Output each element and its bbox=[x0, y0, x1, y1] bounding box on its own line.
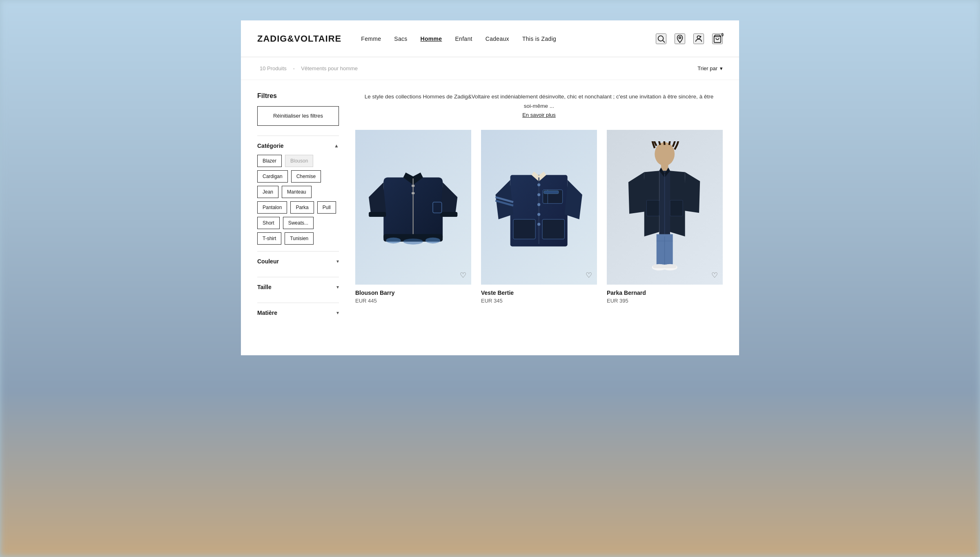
hero-text-body: Le style des collections Hommes de Zadig… bbox=[363, 92, 715, 111]
sort-chevron-icon: ▾ bbox=[720, 65, 723, 71]
svg-point-23 bbox=[537, 223, 540, 226]
nav-homme[interactable]: Homme bbox=[421, 36, 442, 42]
product-card-blouson-barry[interactable]: ♡ Blouson Barry EUR 445 bbox=[355, 130, 471, 304]
svg-point-0 bbox=[658, 36, 664, 41]
svg-rect-8 bbox=[412, 185, 414, 187]
tag-cardigan[interactable]: Cardigan bbox=[257, 170, 288, 183]
breadcrumb: 10 Produits - Vêtements pour homme bbox=[257, 65, 360, 71]
category-chevron-icon: ▲ bbox=[334, 143, 339, 149]
product-name-1: Blouson Barry bbox=[355, 290, 471, 296]
product-price-3: EUR 395 bbox=[607, 298, 723, 304]
svg-rect-42 bbox=[664, 265, 677, 268]
svg-line-1 bbox=[663, 40, 665, 42]
svg-rect-28 bbox=[542, 219, 564, 239]
location-button[interactable] bbox=[675, 33, 685, 44]
product-price-2: EUR 345 bbox=[481, 298, 597, 304]
filter-section-taille: Taille ▾ bbox=[257, 277, 339, 303]
tag-parka[interactable]: Parka bbox=[290, 201, 314, 214]
filter-category-header[interactable]: Catégorie ▲ bbox=[257, 143, 339, 149]
sidebar-filters: Filtres Réinitialiser les filtres Catégo… bbox=[257, 92, 339, 328]
svg-rect-26 bbox=[544, 191, 559, 194]
product-name-3: Parka Bernard bbox=[607, 290, 723, 296]
filter-category-title: Catégorie bbox=[257, 143, 284, 149]
svg-rect-11 bbox=[369, 212, 386, 217]
brand-logo[interactable]: ZADIG&VOLTAIRE bbox=[257, 33, 341, 44]
svg-rect-35 bbox=[670, 201, 683, 216]
tag-tunisien[interactable]: Tunisien bbox=[285, 232, 314, 245]
header-icons: 0 bbox=[656, 33, 723, 44]
svg-point-21 bbox=[537, 203, 540, 206]
tag-tshirt[interactable]: T-shirt bbox=[257, 232, 281, 245]
couleur-chevron-icon: ▾ bbox=[336, 258, 339, 264]
svg-point-20 bbox=[537, 193, 540, 196]
nav-cadeaux[interactable]: Cadeaux bbox=[486, 36, 509, 42]
breadcrumb-bar: 10 Produits - Vêtements pour homme Trier… bbox=[241, 57, 739, 80]
sort-button[interactable]: Trier par ▾ bbox=[697, 65, 723, 71]
svg-point-29 bbox=[655, 143, 675, 166]
hero-description: Le style des collections Hommes de Zadig… bbox=[355, 92, 723, 118]
product-image-3: ♡ bbox=[607, 130, 723, 285]
search-button[interactable] bbox=[656, 33, 666, 44]
svg-point-16 bbox=[425, 238, 440, 243]
tag-pantalon[interactable]: Pantalon bbox=[257, 201, 287, 214]
wishlist-button-1[interactable]: ♡ bbox=[460, 271, 466, 280]
svg-rect-34 bbox=[647, 201, 659, 216]
category-tags: Blazer Blouson Cardigan Chemise Jean Man… bbox=[257, 155, 339, 245]
product-illustration-3 bbox=[607, 130, 723, 285]
product-image-2: ♡ bbox=[481, 130, 597, 285]
filter-section-couleur: Couleur ▾ bbox=[257, 251, 339, 277]
account-button[interactable] bbox=[693, 33, 704, 44]
filter-matiere-title: Matière bbox=[257, 310, 277, 316]
wishlist-button-3[interactable]: ♡ bbox=[711, 271, 718, 280]
nav-sacs[interactable]: Sacs bbox=[394, 36, 407, 42]
tag-blazer[interactable]: Blazer bbox=[257, 155, 282, 167]
read-more-link[interactable]: En savoir plus bbox=[522, 112, 556, 118]
product-count: 10 Produits bbox=[260, 65, 287, 71]
product-card-parka-bernard[interactable]: ♡ Parka Bernard EUR 395 bbox=[607, 130, 723, 304]
product-illustration-1 bbox=[355, 130, 471, 285]
svg-point-14 bbox=[386, 238, 401, 243]
product-illustration-2 bbox=[481, 130, 597, 285]
taille-chevron-icon: ▾ bbox=[336, 284, 339, 290]
breadcrumb-separator: - bbox=[293, 65, 296, 71]
tag-chemise[interactable]: Chemise bbox=[291, 170, 321, 183]
matiere-chevron-icon: ▾ bbox=[336, 310, 339, 316]
svg-point-3 bbox=[697, 36, 700, 38]
svg-point-22 bbox=[537, 213, 540, 216]
filter-taille-header[interactable]: Taille ▾ bbox=[257, 284, 339, 290]
svg-point-4 bbox=[700, 36, 702, 37]
tag-blouson[interactable]: Blouson bbox=[285, 155, 313, 167]
filter-couleur-title: Couleur bbox=[257, 258, 279, 265]
svg-rect-41 bbox=[653, 265, 666, 268]
breadcrumb-category: Vêtements pour homme bbox=[301, 65, 358, 71]
product-image-1: ♡ bbox=[355, 130, 471, 285]
product-name-2: Veste Bertie bbox=[481, 290, 597, 296]
wishlist-button-2[interactable]: ♡ bbox=[586, 271, 592, 280]
nav-femme[interactable]: Femme bbox=[361, 36, 381, 42]
filter-matiere-header[interactable]: Matière ▾ bbox=[257, 310, 339, 316]
filter-section-category: Catégorie ▲ Blazer Blouson Cardigan Chem… bbox=[257, 136, 339, 251]
nav-this-is-zadig[interactable]: This is Zadig bbox=[522, 36, 556, 42]
products-grid: ♡ Blouson Barry EUR 445 bbox=[355, 130, 723, 304]
content-area: Filtres Réinitialiser les filtres Catégo… bbox=[241, 80, 739, 341]
reset-filters-button[interactable]: Réinitialiser les filtres bbox=[257, 106, 339, 126]
filters-title: Filtres bbox=[257, 92, 339, 100]
tag-manteau[interactable]: Manteau bbox=[282, 186, 312, 198]
svg-point-19 bbox=[537, 183, 540, 186]
svg-rect-27 bbox=[513, 219, 535, 239]
cart-button[interactable]: 0 bbox=[712, 33, 723, 44]
svg-point-15 bbox=[403, 238, 423, 244]
tag-sweats[interactable]: Sweats... bbox=[283, 217, 314, 229]
cart-count: 0 bbox=[721, 33, 724, 37]
nav-enfant[interactable]: Enfant bbox=[455, 36, 472, 42]
tag-pull[interactable]: Pull bbox=[317, 201, 336, 214]
svg-rect-12 bbox=[440, 212, 457, 217]
main-nav: Femme Sacs Homme Enfant Cadeaux This is … bbox=[361, 36, 656, 42]
tag-short[interactable]: Short bbox=[257, 217, 280, 229]
svg-rect-9 bbox=[412, 192, 414, 194]
product-card-veste-bertie[interactable]: ♡ Veste Bertie EUR 345 bbox=[481, 130, 597, 304]
tag-jean[interactable]: Jean bbox=[257, 186, 278, 198]
header: ZADIG&VOLTAIRE Femme Sacs Homme Enfant C… bbox=[241, 20, 739, 57]
filter-couleur-header[interactable]: Couleur ▾ bbox=[257, 258, 339, 265]
product-price-1: EUR 445 bbox=[355, 298, 471, 304]
